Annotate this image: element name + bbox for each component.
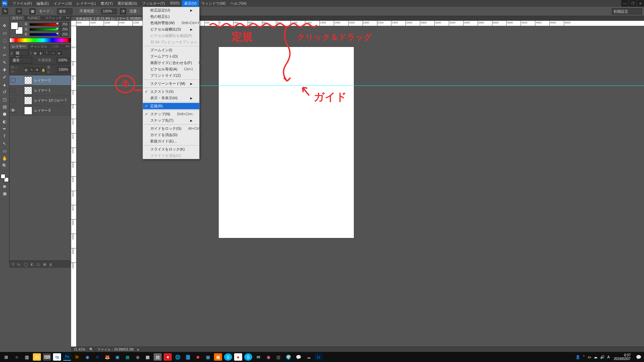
slider-red[interactable]: [30, 23, 58, 26]
group-icon[interactable]: 🗀: [37, 262, 40, 266]
document-tab[interactable]: 名称未設定 1 @ 21.4% (レイヤー 2, RGB/8) * ×: [71, 16, 154, 21]
fg-bg-colors[interactable]: [1, 174, 9, 182]
menu-item[interactable]: 表示・非表示(H)▶: [143, 95, 199, 101]
bridge-icon[interactable]: Br: [73, 353, 81, 361]
link-icon[interactable]: ⟲: [11, 262, 14, 266]
adj-icon[interactable]: ◐: [31, 262, 34, 266]
filter-smart-icon[interactable]: ◈: [57, 51, 62, 55]
adobe-cc-icon[interactable]: ◆: [164, 353, 172, 361]
menu-item[interactable]: スライスをロック(K): [143, 146, 199, 153]
minimize-button[interactable]: —: [621, 0, 629, 7]
layer-opacity-field[interactable]: 100%: [57, 58, 69, 63]
zoom-tool[interactable]: 🔍: [1, 162, 8, 169]
tab-adjustments[interactable]: 色調補正: [25, 15, 43, 20]
blur-tool[interactable]: ⬢: [1, 111, 8, 117]
onedrive-icon[interactable]: ☁: [594, 355, 597, 359]
visibility-toggle[interactable]: [11, 88, 15, 93]
app-icon-blue[interactable]: ◉: [83, 353, 91, 361]
color-fgbg[interactable]: [11, 22, 23, 34]
app-icon-teal[interactable]: ▦: [123, 353, 131, 361]
menu-window[interactable]: ウィンドウ(W): [199, 0, 228, 7]
skype-icon-1[interactable]: S: [224, 353, 232, 361]
layer-filter-dropdown[interactable]: 種類: [14, 50, 29, 56]
menu-item[interactable]: ピクセル縦横比(S)▶: [143, 26, 199, 33]
menu-layer[interactable]: レイヤー(L): [74, 0, 98, 7]
app-icon-chat[interactable]: 💬: [294, 353, 303, 361]
tab-layers[interactable]: レイヤー: [9, 44, 28, 49]
layer-row[interactable]: 👁レイヤー 0: [9, 106, 71, 116]
store-icon[interactable]: 🛍: [53, 353, 61, 361]
panel-menu-icon[interactable]: ▾≡: [65, 44, 71, 49]
ruler-vertical[interactable]: 0200400600800100012001400160018002000220…: [71, 26, 76, 352]
app-icon-1[interactable]: ⌨: [43, 353, 51, 361]
tab-color[interactable]: カラー: [9, 15, 25, 20]
menu-file[interactable]: ファイル(F): [10, 0, 34, 7]
screenmode-icon[interactable]: ▣: [1, 190, 8, 197]
pressure-opacity-icon[interactable]: ◔: [120, 8, 126, 14]
tool-preset-icon[interactable]: ✎: [2, 8, 8, 14]
lasso-tool[interactable]: ◌: [1, 37, 8, 44]
filter-adj-icon[interactable]: ◐: [39, 51, 44, 55]
brush-preset-icon[interactable]: 70: [16, 8, 22, 14]
value-red[interactable]: 255: [59, 22, 69, 26]
explorer-icon[interactable]: 🗀: [33, 353, 41, 361]
app-icon-cloud[interactable]: ☁: [305, 353, 313, 361]
panel-menu-icon[interactable]: ▾≡: [65, 15, 71, 20]
value-blue[interactable]: 255: [59, 32, 69, 37]
healing-tool[interactable]: ✚: [1, 66, 8, 73]
photos-icon[interactable]: ▣: [113, 353, 121, 361]
close-button[interactable]: ✕: [637, 0, 644, 7]
layer-name[interactable]: レイヤー 0: [34, 108, 50, 113]
app-icon-grey[interactable]: ▤: [154, 353, 162, 361]
menu-item[interactable]: ✓エクストラ(X): [143, 88, 199, 95]
menu-item[interactable]: 色域外警告(W)Shift+Ctrl+Y: [143, 20, 199, 26]
ime-icon[interactable]: A: [607, 355, 610, 359]
cortana-icon[interactable]: ○: [13, 353, 21, 361]
layer-name[interactable]: レイヤー 2: [34, 78, 50, 83]
menu-item[interactable]: ✓定規(R): [143, 103, 199, 109]
layer-name[interactable]: レイヤー 1: [34, 88, 50, 93]
app-icon-pix[interactable]: ▩: [144, 353, 152, 361]
slider-blue[interactable]: [30, 33, 58, 36]
new-layer-icon[interactable]: ▣: [43, 262, 46, 266]
layer-row[interactable]: レイヤー 1: [9, 85, 71, 96]
tab-channels[interactable]: チャンネル: [28, 44, 50, 49]
skype-icon-2[interactable]: S: [244, 353, 252, 361]
layer-blend-dropdown[interactable]: 通常: [11, 57, 32, 63]
blend-mode-dropdown[interactable]: 通常: [57, 8, 72, 14]
move-tool[interactable]: ✥: [1, 22, 8, 29]
trash-icon[interactable]: 🗑: [49, 262, 53, 266]
menu-view[interactable]: 表示(V): [182, 0, 199, 7]
lock-all-icon[interactable]: 🔒: [41, 68, 46, 72]
gradient-tool[interactable]: ▤: [1, 103, 8, 110]
fx-icon[interactable]: fx.: [17, 262, 21, 266]
menu-item[interactable]: 色の校正(L): [143, 13, 199, 20]
type-tool[interactable]: T: [1, 133, 8, 139]
pen-tool[interactable]: ✒: [1, 125, 8, 132]
app-icon-pink[interactable]: ◉: [264, 353, 272, 361]
mail-icon[interactable]: ✉: [254, 353, 262, 361]
people-icon[interactable]: 👤: [576, 355, 580, 359]
action-center-icon[interactable]: 💬: [635, 353, 643, 361]
menu-help[interactable]: ヘルプ(H): [228, 0, 249, 7]
menu-item[interactable]: 新規ガイド(E)...: [143, 138, 199, 144]
menu-item[interactable]: ✓スナップ(N)Shift+Ctrl+;: [143, 111, 199, 117]
menu-item[interactable]: スクリーンモード(M)▶: [143, 80, 199, 87]
slider-green[interactable]: [30, 28, 58, 31]
lock-trans-icon[interactable]: ▦: [24, 68, 29, 72]
eraser-tool[interactable]: ◫: [1, 96, 8, 103]
app-icon-globe[interactable]: 🌍: [284, 353, 292, 361]
app-icon-box[interactable]: ▥: [274, 353, 282, 361]
dropbox-icon[interactable]: ⧈: [93, 353, 101, 361]
lightroom-icon[interactable]: Lr: [315, 353, 323, 361]
shape-tool[interactable]: ▭: [1, 147, 8, 154]
spectrum-bar[interactable]: [9, 38, 71, 43]
volume-icon[interactable]: 🔊: [600, 355, 605, 359]
menu-item[interactable]: 校正設定(U)▶: [143, 7, 199, 13]
menu-item[interactable]: ガイドを消去(D): [143, 132, 199, 138]
visibility-toggle[interactable]: [11, 98, 15, 103]
eye-icon[interactable]: 👁: [11, 108, 15, 113]
fill-field[interactable]: 100%: [57, 67, 69, 72]
quickmask-icon[interactable]: ◙: [1, 183, 8, 189]
calc-icon[interactable]: ▦: [204, 353, 212, 361]
